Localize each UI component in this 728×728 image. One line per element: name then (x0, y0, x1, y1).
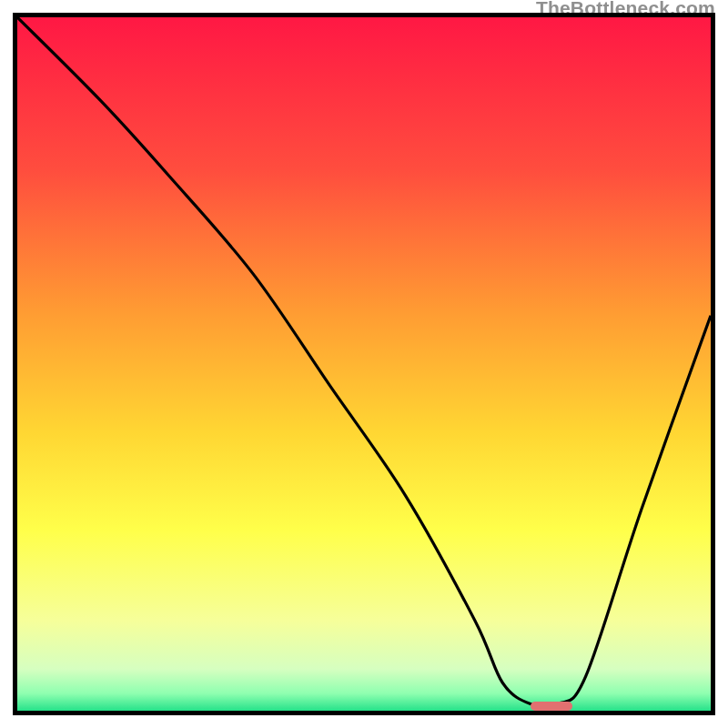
plot-area (13, 13, 715, 715)
optimal-marker (531, 702, 572, 711)
chart-container: TheBottleneck.com (0, 0, 728, 728)
bottleneck-curve (17, 17, 711, 707)
curve-layer (17, 17, 711, 711)
